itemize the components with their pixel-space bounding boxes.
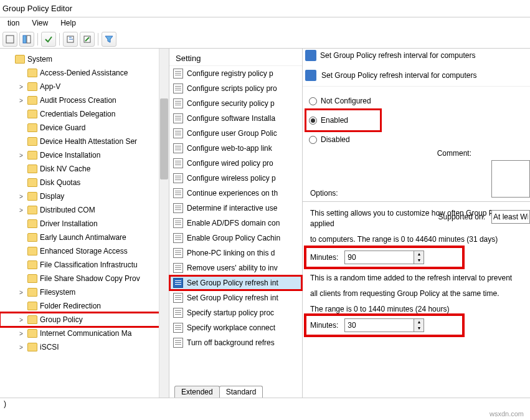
setting-item[interactable]: Set Group Policy refresh int bbox=[169, 275, 302, 290]
radio-icon[interactable] bbox=[309, 117, 317, 125]
toolbar-button[interactable] bbox=[41, 32, 56, 47]
tree-item[interactable]: Credentials Delegation bbox=[0, 107, 169, 121]
expand-icon[interactable]: > bbox=[17, 193, 25, 200]
radio-icon[interactable] bbox=[309, 136, 317, 144]
spin-down-icon[interactable]: ▼ bbox=[414, 257, 424, 264]
radio-disabled[interactable]: Disabled bbox=[309, 130, 523, 149]
radio-enabled[interactable]: Enabled bbox=[306, 110, 380, 130]
tree-item[interactable]: Disk Quotas bbox=[0, 176, 169, 189]
setting-item[interactable]: Configure wired policy pro bbox=[169, 156, 302, 171]
tree-item[interactable]: >iSCSI bbox=[0, 340, 169, 354]
expand-icon[interactable]: > bbox=[17, 97, 25, 104]
folder-icon bbox=[27, 302, 37, 310]
dialog-title: Set Group Policy refresh interval for co… bbox=[320, 51, 475, 60]
expand-icon[interactable]: > bbox=[17, 289, 25, 296]
setting-item[interactable]: Phone-PC linking on this d bbox=[169, 246, 302, 260]
minutes-spinner-2[interactable]: ▲▼ bbox=[344, 318, 424, 332]
setting-item[interactable]: Configure security policy p bbox=[169, 96, 302, 111]
setting-item[interactable]: Specify workplace connect bbox=[169, 320, 302, 335]
tree-item[interactable]: >Distributed COM bbox=[0, 203, 169, 217]
tab-extended[interactable]: Extended bbox=[174, 386, 220, 398]
expand-icon[interactable]: > bbox=[17, 330, 25, 337]
tree-item[interactable]: Early Launch Antimalware bbox=[0, 231, 169, 244]
tree-item[interactable]: Device Health Attestation Ser bbox=[0, 135, 169, 148]
setting-item[interactable]: Configure scripts policy pro bbox=[169, 81, 302, 96]
tree-label: File Classification Infrastructu bbox=[40, 260, 138, 269]
toolbar-button[interactable] bbox=[80, 32, 95, 47]
comment-field[interactable] bbox=[491, 160, 530, 198]
expand-icon[interactable]: > bbox=[17, 317, 25, 323]
spinner-buttons[interactable]: ▲▼ bbox=[414, 319, 424, 332]
minutes-spinner-1[interactable]: ▲▼ bbox=[344, 251, 424, 264]
radio-not-configured[interactable]: Not Configured bbox=[309, 92, 523, 110]
tree-root[interactable]: System bbox=[0, 52, 169, 66]
toolbar-button[interactable] bbox=[2, 32, 17, 47]
setting-item[interactable]: Turn off background refres bbox=[169, 335, 302, 350]
setting-item[interactable]: Enable Group Policy Cachin bbox=[169, 231, 302, 246]
tree-label: Device Health Attestation Ser bbox=[40, 137, 137, 146]
expand-icon[interactable]: > bbox=[17, 207, 25, 214]
spin-up-icon[interactable]: ▲ bbox=[414, 251, 424, 257]
setting-icon bbox=[173, 128, 183, 138]
setting-label: Configure software Installa bbox=[187, 114, 275, 123]
setting-item[interactable]: Enable AD/DFS domain con bbox=[169, 216, 302, 231]
menu-item[interactable]: tion bbox=[1, 17, 26, 30]
tree-item[interactable]: >Audit Process Creation bbox=[0, 93, 169, 107]
tree-item[interactable]: Disk NV Cache bbox=[0, 162, 169, 176]
toolbar-button[interactable] bbox=[19, 32, 34, 47]
tree-item[interactable]: Folder Redirection bbox=[0, 299, 169, 313]
tree-item[interactable]: Device Guard bbox=[0, 121, 169, 135]
folder-icon bbox=[27, 151, 37, 160]
tree-item[interactable]: File Classification Infrastructu bbox=[0, 258, 169, 272]
supported-field[interactable] bbox=[491, 210, 530, 224]
setting-item[interactable]: Configure web-to-app link bbox=[169, 141, 302, 156]
minutes-input-2[interactable] bbox=[345, 319, 414, 332]
tree-label: Group Policy bbox=[40, 315, 83, 324]
expand-icon[interactable]: > bbox=[17, 84, 25, 90]
setting-label: Configure web-to-app link bbox=[187, 144, 272, 153]
folder-icon bbox=[27, 315, 37, 324]
setting-item[interactable]: Configure registry policy p bbox=[169, 66, 302, 81]
folder-icon bbox=[27, 206, 37, 214]
expand-icon[interactable]: > bbox=[17, 344, 25, 351]
tree-item[interactable]: >Group Policy bbox=[0, 313, 169, 327]
toolbar-button[interactable] bbox=[63, 32, 78, 47]
tree-item[interactable]: Access-Denied Assistance bbox=[0, 66, 169, 80]
tab-standard[interactable]: Standard bbox=[219, 386, 263, 398]
setting-item[interactable]: Specify startup policy proc bbox=[169, 305, 302, 320]
menu-item[interactable]: Help bbox=[54, 17, 82, 30]
tree-item[interactable]: >Filesystem bbox=[0, 285, 169, 299]
spin-down-icon[interactable]: ▼ bbox=[414, 325, 424, 332]
tree-item[interactable]: >Device Installation bbox=[0, 148, 169, 162]
expand-icon[interactable]: > bbox=[17, 152, 25, 159]
tree-item[interactable]: >Internet Communication Ma bbox=[0, 327, 169, 340]
spin-up-icon[interactable]: ▲ bbox=[414, 319, 424, 325]
setting-icon bbox=[173, 98, 183, 108]
spinner-buttons[interactable]: ▲▼ bbox=[414, 251, 424, 264]
setting-item[interactable]: Remove users' ability to inv bbox=[169, 260, 302, 275]
tree-item[interactable]: >Display bbox=[0, 189, 169, 203]
setting-item[interactable]: Configure user Group Polic bbox=[169, 126, 302, 141]
setting-item[interactable]: Determine if interactive use bbox=[169, 201, 302, 216]
setting-icon bbox=[173, 323, 183, 333]
setting-icon bbox=[173, 263, 183, 273]
tree-label: Distributed COM bbox=[40, 206, 95, 214]
settings-header[interactable]: Setting bbox=[169, 49, 302, 66]
scrollbar[interactable] bbox=[159, 49, 169, 398]
folder-icon bbox=[27, 260, 37, 269]
setting-item[interactable]: Set Group Policy refresh int bbox=[169, 290, 302, 305]
radio-icon[interactable] bbox=[309, 97, 317, 105]
setting-item[interactable]: Configure software Installa bbox=[169, 111, 302, 126]
setting-item[interactable]: Configure wireless policy p bbox=[169, 171, 302, 186]
tree-item[interactable]: Enhanced Storage Access bbox=[0, 244, 169, 258]
tree-item[interactable]: >App-V bbox=[0, 80, 169, 93]
folder-icon bbox=[27, 69, 37, 77]
menu-item[interactable]: View bbox=[26, 17, 54, 30]
toolbar-filter-button[interactable] bbox=[102, 32, 116, 47]
setting-item[interactable]: Continue experiences on th bbox=[169, 186, 302, 201]
minutes-input-1[interactable] bbox=[345, 251, 414, 264]
setting-label: Enable Group Policy Cachin bbox=[187, 234, 280, 242]
tree-item[interactable]: Driver Installation bbox=[0, 217, 169, 231]
tree-item[interactable]: File Share Shadow Copy Prov bbox=[0, 272, 169, 285]
scroll-thumb[interactable] bbox=[160, 98, 168, 179]
